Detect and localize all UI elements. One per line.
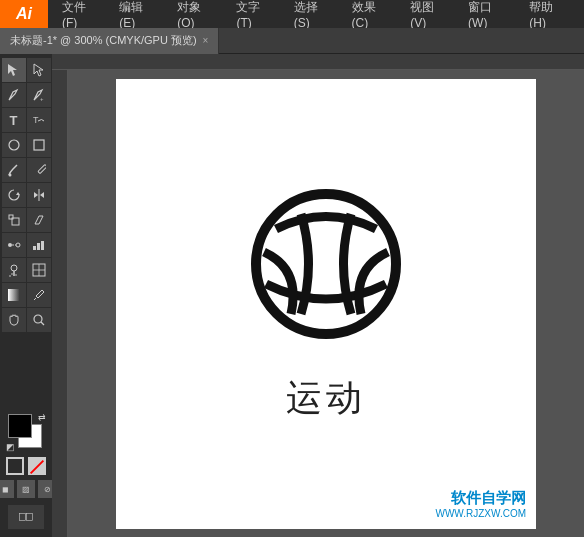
direct-selection-tool[interactable] [27,58,51,82]
svg-text:+: + [40,96,44,102]
color-mode-button[interactable]: ◼ [0,480,14,498]
stroke-fill-row [6,457,46,475]
gradient-mode-button[interactable]: ▨ [17,480,35,498]
pen-tool[interactable] [2,83,26,107]
artboard: 运动 软件自学网 WWW.RJZXW.COM [116,79,536,529]
selection-tool[interactable] [2,58,26,82]
svg-point-21 [11,265,17,271]
rect-tool[interactable] [27,133,51,157]
pencil-tool[interactable] [27,158,51,182]
color-section: ⇄ ◩ ◼ ▨ ⊘ [0,410,52,533]
tool-row-blend [2,233,51,257]
svg-marker-10 [34,192,38,198]
tool-row-shape1 [2,133,51,157]
gradient-tool[interactable] [2,283,26,307]
svg-rect-29 [8,289,20,301]
svg-rect-5 [34,140,44,150]
canvas-area: 运动 软件自学网 WWW.RJZXW.COM [52,54,584,537]
svg-point-24 [15,274,17,276]
reset-colors-icon[interactable]: ◩ [6,442,15,452]
main-layout: + T T [0,54,584,537]
mode-row: ◼ ▨ ⊘ [0,480,52,498]
menu-window[interactable]: 窗口(W) [460,0,519,32]
document-tab[interactable]: 未标题-1* @ 300% (CMYK/GPU 预览) × [0,28,219,54]
toolbar: + T T [0,54,52,537]
symbol-sprayer-tool[interactable] [2,258,26,282]
app-logo: Ai [0,0,48,28]
tool-row-select [2,58,51,82]
shear-tool[interactable] [27,208,51,232]
svg-rect-7 [37,164,45,173]
eyedropper-tool[interactable] [27,283,51,307]
watermark: 软件自学网 WWW.RJZXW.COM [435,489,526,519]
svg-point-31 [34,315,42,323]
path-type-tool[interactable]: T [27,108,51,132]
tool-row-scale [2,208,51,232]
tool-row-shape2 [2,158,51,182]
svg-line-32 [41,322,44,325]
tool-row-rotate [2,183,51,207]
svg-line-30 [34,298,36,300]
foreground-color-box[interactable] [8,414,32,438]
sports-ball-icon [246,184,406,344]
svg-marker-8 [16,192,20,195]
column-graph-tool[interactable] [27,233,51,257]
change-screen-mode-button[interactable] [8,505,44,529]
svg-point-23 [11,273,13,275]
svg-marker-14 [35,216,43,224]
tab-title: 未标题-1* @ 300% (CMYK/GPU 预览) [10,33,197,48]
tool-row-hand [2,308,51,332]
swap-colors-icon[interactable]: ⇄ [38,412,46,422]
menu-bar: Ai 文件(F) 编辑(E) 对象(O) 文字(T) 选择(S) 效果(C) 视… [0,0,584,28]
ruler-top [52,54,584,70]
zoom-tool[interactable] [27,308,51,332]
svg-point-6 [8,174,11,177]
svg-point-25 [9,275,11,277]
tool-row-gradient [2,283,51,307]
color-boxes: ⇄ ◩ [8,414,44,450]
reflect-tool[interactable] [27,183,51,207]
tool-row-symbol [2,258,51,282]
type-tool[interactable]: T [2,108,26,132]
tool-row-text: T T [2,108,51,132]
stroke-box[interactable] [6,457,24,475]
hand-tool[interactable] [2,308,26,332]
mesh-tool[interactable] [27,258,51,282]
menu-help[interactable]: 帮助(H) [521,0,578,32]
svg-point-15 [8,243,12,247]
svg-marker-1 [34,64,43,76]
tool-row-pen: + [2,83,51,107]
menu-select[interactable]: 选择(S) [286,0,342,32]
menu-view[interactable]: 视图(V) [402,0,458,32]
svg-rect-33 [20,514,26,521]
ellipse-tool[interactable] [2,133,26,157]
bottom-tools [8,505,44,529]
blend-tool[interactable] [2,233,26,257]
menu-effect[interactable]: 效果(C) [344,0,401,32]
menu-text[interactable]: 文字(T) [228,0,283,32]
ruler-left [52,70,68,537]
paintbrush-tool[interactable] [2,158,26,182]
svg-point-4 [9,140,19,150]
svg-marker-11 [40,192,44,198]
svg-marker-0 [8,64,17,76]
none-fill[interactable] [28,457,46,475]
svg-rect-20 [41,241,44,250]
svg-point-16 [16,243,20,247]
scale-tool[interactable] [2,208,26,232]
canvas-label: 运动 [286,374,366,423]
none-mode-button[interactable]: ⊘ [38,480,52,498]
watermark-name: 软件自学网 [435,489,526,508]
svg-rect-19 [37,243,40,250]
svg-text:T: T [33,115,39,125]
svg-rect-34 [27,514,33,521]
logo-text: Ai [16,5,32,23]
add-anchor-tool[interactable]: + [27,83,51,107]
svg-rect-18 [33,246,36,250]
tab-bar: 未标题-1* @ 300% (CMYK/GPU 预览) × [0,28,584,54]
rotate-tool[interactable] [2,183,26,207]
watermark-url: WWW.RJZXW.COM [435,508,526,519]
tab-close-button[interactable]: × [203,35,209,46]
